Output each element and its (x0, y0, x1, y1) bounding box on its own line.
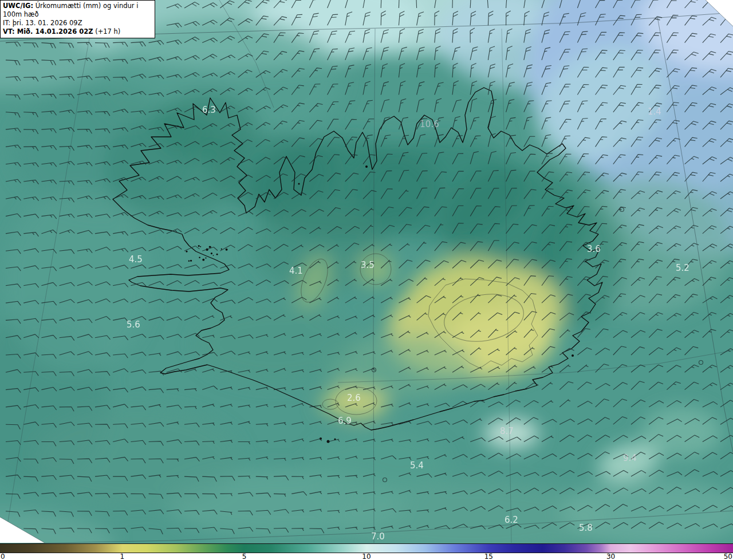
precip-value-label: 10.6 (420, 119, 439, 129)
colorbar-tick: 0 (1, 553, 5, 560)
map-title-box: UWC/IG: Úrkomumætti (mm) og vindur i 100… (0, 0, 155, 38)
precip-value-label: 6.2 (505, 515, 518, 525)
precip-value-label: 6.3 (202, 105, 216, 115)
map-title-line: UWC/IG: Úrkomumætti (mm) og vindur i 100… (3, 2, 152, 19)
precipitation-wind-map: 6.310.61.43.64.54.13.55.25.62.66.98.75.4… (0, 0, 733, 543)
precip-value-label: 3.6 (587, 244, 601, 254)
precip-value-label: 6.9 (338, 416, 352, 426)
colorbar-tick-labels: 01510153050 (0, 553, 733, 560)
precip-value-label: 7.0 (371, 531, 385, 542)
colorbar-tick: 5 (242, 553, 247, 560)
valid-time-bold: VT: Mið. 14.01.2026 02Z (3, 27, 93, 36)
weather-map-page: 6.310.61.43.64.54.13.55.25.62.66.98.75.4… (0, 0, 733, 560)
precip-value-label: 5.2 (676, 263, 689, 273)
precip-value-label: 5.4 (410, 460, 424, 471)
precipitation-colorbar (0, 543, 733, 553)
colorbar-tick: 30 (606, 553, 615, 560)
colorbar-tick: 15 (484, 553, 493, 560)
init-time-line: IT: þri. 13. 01. 2026 09Z (3, 19, 152, 27)
colorbar-tick: 50 (724, 553, 732, 560)
precip-value-label: 3.5 (361, 260, 375, 270)
precip-value-label: 5.6 (127, 320, 140, 330)
map-canvas: 6.310.61.43.64.54.13.55.25.62.66.98.75.4… (0, 0, 733, 543)
product-id-label: UWC/IG: (3, 2, 33, 10)
valid-time-offset: (+17 h) (93, 27, 120, 36)
valid-time-line: VT: Mið. 14.01.2026 02Z (+17 h) (3, 27, 152, 36)
precip-value-label: 9.4 (623, 453, 637, 463)
precip-value-label: 5.8 (579, 523, 593, 533)
precip-value-label: 8.7 (500, 426, 514, 436)
colorbar-tick: 10 (362, 553, 371, 560)
precip-value-label: 4.1 (289, 266, 303, 276)
precip-value-label: 2.6 (347, 393, 361, 403)
precip-value-label: 4.5 (129, 254, 143, 265)
precip-value-label: 1.4 (648, 107, 661, 117)
colorbar-tick: 1 (120, 553, 125, 560)
